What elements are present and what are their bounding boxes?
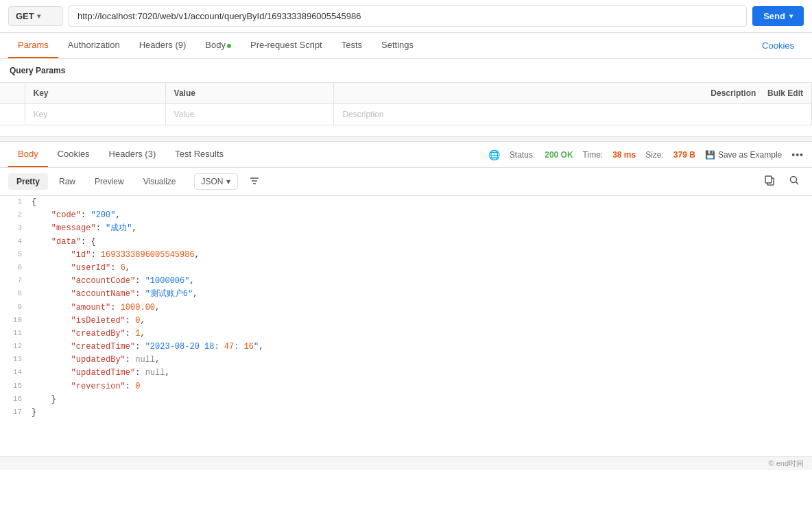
code-line: 7 "accountCode": "1000006", xyxy=(0,275,812,288)
code-line: 14 "updatedTime": null, xyxy=(0,367,812,380)
params-empty-row: Key Value Description xyxy=(0,104,812,125)
save-icon: 💾 xyxy=(705,150,715,160)
code-line: 2 "code": "200", xyxy=(0,209,812,222)
method-label: GET xyxy=(16,11,34,21)
section-divider xyxy=(0,136,812,142)
bulk-edit-btn[interactable]: Bulk Edit xyxy=(767,88,803,98)
svg-line-6 xyxy=(796,182,799,185)
tab-body[interactable]: Body xyxy=(195,33,241,58)
code-line: 13 "updatedBy": null, xyxy=(0,354,812,367)
code-line: 10 "isDeleted": 0, xyxy=(0,315,812,328)
row-check xyxy=(0,104,25,125)
col-check xyxy=(0,83,25,104)
response-tab-cookies[interactable]: Cookies xyxy=(48,142,99,167)
copy-icon xyxy=(764,175,775,186)
copy-button[interactable] xyxy=(760,172,779,191)
time-value: 38 ms xyxy=(612,150,636,160)
format-tab-visualize[interactable]: Visualize xyxy=(135,173,184,190)
method-selector[interactable]: GET ▾ xyxy=(8,6,63,26)
query-params-header: Query Params xyxy=(0,59,812,82)
format-type-selector[interactable]: JSON ▾ xyxy=(194,173,238,190)
filter-icon xyxy=(249,175,260,186)
format-tab-pretty[interactable]: Pretty xyxy=(8,173,48,190)
format-chevron-icon: ▾ xyxy=(226,177,230,186)
format-tab-raw[interactable]: Raw xyxy=(51,173,84,190)
url-input[interactable] xyxy=(69,5,747,27)
send-chevron-icon: ▾ xyxy=(789,12,793,20)
status-value: 200 OK xyxy=(545,150,573,160)
time-label: Time: xyxy=(583,150,604,160)
bottom-bar: © end时间 xyxy=(0,456,812,470)
response-tab-headers[interactable]: Headers (3) xyxy=(99,142,166,167)
method-chevron-icon: ▾ xyxy=(37,12,40,20)
format-bar: Pretty Raw Preview Visualize JSON ▾ xyxy=(0,168,812,196)
code-line: 15 "reversion": 0 xyxy=(0,380,812,393)
url-bar: GET ▾ Send ▾ xyxy=(0,0,812,33)
status-label: Status: xyxy=(510,150,535,160)
send-label: Send xyxy=(763,11,785,21)
filter-icon-button[interactable] xyxy=(245,173,264,191)
search-icon xyxy=(789,175,800,186)
size-value: 379 B xyxy=(673,150,695,160)
col-desc-header: Description Bulk Edit xyxy=(334,83,812,104)
code-line: 8 "accountName": "测试账户6", xyxy=(0,288,812,301)
svg-point-5 xyxy=(791,177,797,183)
send-button[interactable]: Send ▾ xyxy=(752,6,804,26)
col-value-header: Value xyxy=(165,83,334,104)
code-line: 4 "data": { xyxy=(0,236,812,249)
search-button[interactable] xyxy=(785,172,804,191)
tab-tests[interactable]: Tests xyxy=(332,33,372,58)
code-line: 11 "createdBy": 1, xyxy=(0,328,812,341)
tab-authorization[interactable]: Authorization xyxy=(58,33,130,58)
code-line: 12 "createdTime": "2023-08-20 18: 47: 16… xyxy=(0,341,812,354)
code-line: 16 } xyxy=(0,393,812,406)
size-label: Size: xyxy=(645,150,664,160)
globe-icon: 🌐 xyxy=(488,149,500,160)
code-line: 1{ xyxy=(0,196,812,209)
row-desc-input[interactable]: Description xyxy=(334,104,812,125)
response-tabs-bar: Body Cookies Headers (3) Test Results 🌐 … xyxy=(0,142,812,168)
response-tab-body[interactable]: Body xyxy=(8,142,48,167)
query-params-table: Key Value Description Bulk Edit Key Valu… xyxy=(0,82,812,125)
col-key-header: Key xyxy=(25,83,165,104)
row-key-input[interactable]: Key xyxy=(25,104,165,125)
code-line: 6 "userId": 6, xyxy=(0,262,812,275)
more-options-button[interactable]: ••• xyxy=(791,149,804,160)
tab-headers[interactable]: Headers (9) xyxy=(130,33,196,58)
request-tabs: Params Authorization Headers (9) Body Pr… xyxy=(0,33,812,59)
svg-rect-4 xyxy=(765,176,772,183)
row-value-input[interactable]: Value xyxy=(165,104,334,125)
tab-params[interactable]: Params xyxy=(8,33,58,58)
tab-cookies-link[interactable]: Cookies xyxy=(752,34,804,58)
format-tab-preview[interactable]: Preview xyxy=(86,173,132,190)
save-as-example-button[interactable]: 💾 Save as Example xyxy=(705,150,782,160)
code-line: 5 "id": 1693333896005545986, xyxy=(0,249,812,262)
code-line: 3 "message": "成功", xyxy=(0,222,812,235)
tab-prerequest[interactable]: Pre-request Script xyxy=(241,33,332,58)
response-tab-test-results[interactable]: Test Results xyxy=(165,142,233,167)
body-dot-indicator xyxy=(227,44,231,48)
code-line: 17} xyxy=(0,406,812,419)
code-line: 9 "amount": 1000.00, xyxy=(0,302,812,315)
response-body-viewer: 1{2 "code": "200",3 "message": "成功",4 "d… xyxy=(0,196,812,456)
tab-settings[interactable]: Settings xyxy=(372,33,423,58)
response-meta: 🌐 Status: 200 OK Time: 38 ms Size: 379 B… xyxy=(488,149,804,160)
